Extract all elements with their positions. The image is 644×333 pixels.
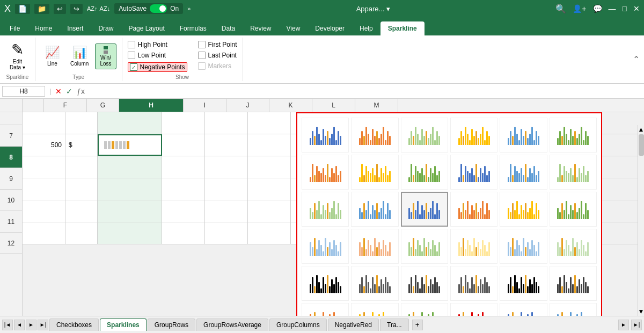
tab-review[interactable]: Review (243, 21, 279, 35)
cell-i12[interactable] (162, 222, 205, 244)
cell-k8[interactable] (248, 134, 291, 156)
gallery-item[interactable] (500, 192, 547, 227)
cell-j7[interactable] (205, 112, 248, 134)
gallery-item[interactable] (351, 266, 398, 301)
insert-function-icon[interactable]: ƒx (77, 87, 85, 96)
cell-i10[interactable] (162, 178, 205, 200)
gallery-item[interactable] (351, 229, 398, 264)
confirm-formula-icon[interactable]: ✓ (66, 87, 72, 96)
cell-g11[interactable] (65, 200, 98, 222)
cell-j8[interactable] (205, 134, 248, 156)
gallery-item[interactable] (500, 303, 547, 316)
gallery-item[interactable] (500, 229, 547, 264)
redo-icon[interactable]: ↪ (70, 4, 83, 14)
share-icon[interactable]: 👤+ (573, 4, 586, 13)
last-point-checkbox[interactable]: Last Point (198, 52, 237, 59)
gallery-item[interactable] (302, 192, 349, 227)
formula-input[interactable] (87, 86, 642, 96)
cell-f9[interactable] (23, 156, 65, 178)
gallery-item[interactable] (401, 266, 448, 301)
col-header-l[interactable]: L (312, 99, 355, 112)
cell-f8[interactable]: 500 (23, 134, 65, 156)
cell-k7[interactable] (248, 112, 291, 134)
cell-k9[interactable] (248, 156, 291, 178)
gallery-item[interactable] (450, 118, 497, 153)
tab-help[interactable]: Help (352, 21, 380, 35)
tab-view[interactable]: View (279, 21, 308, 35)
cancel-formula-icon[interactable]: ✕ (55, 87, 62, 96)
cell-h11[interactable] (98, 200, 162, 222)
gallery-item[interactable] (302, 266, 349, 301)
add-sheet-button[interactable]: + (412, 320, 423, 330)
tab-insert[interactable]: Insert (60, 21, 91, 35)
row-header-12[interactable]: 12 (0, 233, 22, 254)
cell-f12[interactable] (23, 222, 65, 244)
cell-h7[interactable] (98, 112, 162, 134)
gallery-item[interactable] (450, 266, 497, 301)
restore-btn[interactable]: □ (623, 4, 627, 13)
sheet-scroll-btn[interactable]: ► (618, 320, 629, 330)
undo-icon[interactable]: ↩ (54, 4, 66, 14)
more-commands-btn[interactable]: » (187, 5, 191, 12)
sheet-nav-next[interactable]: ► (26, 320, 36, 330)
gallery-item[interactable] (500, 266, 547, 301)
gallery-item[interactable] (401, 155, 448, 190)
gallery-item[interactable] (550, 266, 597, 301)
scroll-down-btn[interactable]: ▼ (638, 307, 644, 316)
column-button[interactable]: 📊 Column (66, 44, 93, 69)
sheet-tab-checkboxes[interactable]: Checkboxes (49, 318, 99, 331)
gallery-item[interactable] (550, 155, 597, 190)
scroll-up-btn[interactable]: ▲ (638, 125, 644, 134)
sheet-tab-groupcolumns[interactable]: GroupColumns (269, 318, 327, 331)
cell-h10[interactable] (98, 178, 162, 200)
high-point-checkbox-box[interactable] (128, 41, 135, 48)
gallery-item[interactable] (550, 229, 597, 264)
first-point-checkbox[interactable]: First Point (198, 41, 237, 48)
cell-f11[interactable] (23, 200, 65, 222)
last-point-checkbox-box[interactable] (198, 52, 206, 59)
cell-g10[interactable] (65, 178, 98, 200)
gallery-item[interactable] (450, 192, 497, 227)
gallery-item[interactable] (550, 192, 597, 227)
file-icon[interactable]: 📄 (15, 4, 30, 14)
tab-formulas[interactable]: Formulas (172, 21, 214, 35)
cell-g12[interactable] (65, 222, 98, 244)
gallery-item[interactable] (351, 155, 398, 190)
markers-checkbox[interactable]: Markers (198, 62, 237, 70)
cell-h8[interactable] (98, 134, 162, 156)
sheet-tab-sparklines[interactable]: Sparklines (100, 318, 147, 331)
autosave-switch[interactable] (150, 4, 167, 13)
gallery-item[interactable] (450, 303, 497, 316)
row-header-7[interactable]: 7 (0, 125, 22, 147)
cell-j12[interactable] (205, 222, 248, 244)
gallery-item[interactable] (351, 303, 398, 316)
markers-checkbox-box[interactable] (198, 62, 206, 70)
cell-g9[interactable] (65, 156, 98, 178)
gallery-item[interactable] (302, 229, 349, 264)
col-header-m[interactable]: M (355, 99, 398, 112)
high-point-checkbox[interactable]: High Point (128, 41, 187, 48)
autosave-toggle[interactable]: AutoSave On (114, 3, 183, 14)
col-header-i[interactable]: I (184, 99, 226, 112)
tab-file[interactable]: File (2, 21, 27, 35)
cell-j11[interactable] (205, 200, 248, 222)
scroll-thumb[interactable] (639, 134, 644, 156)
sheet-nav-last[interactable]: ►| (38, 320, 48, 330)
cell-f10[interactable] (23, 178, 65, 200)
close-btn[interactable]: ✕ (633, 4, 640, 13)
sheet-tab-grouprowsaverage[interactable]: GroupRowsAverage (196, 318, 268, 331)
ribbon-collapse-btn[interactable]: ⌃ (633, 54, 640, 64)
tab-home[interactable]: Home (27, 21, 60, 35)
cell-i11[interactable] (162, 200, 205, 222)
cell-g7[interactable] (65, 112, 98, 134)
win-loss-button[interactable]: Win/Loss (95, 44, 116, 69)
sheet-tab-tra[interactable]: Tra... (380, 318, 409, 331)
gallery-item[interactable] (302, 155, 349, 190)
col-header-g[interactable]: G (87, 99, 119, 112)
sort-za-icon[interactable]: AZ↓ (100, 5, 111, 12)
cell-h9[interactable] (98, 156, 162, 178)
gallery-item[interactable] (351, 118, 398, 153)
gallery-item[interactable] (302, 118, 349, 153)
gallery-item[interactable] (450, 155, 497, 190)
gallery-item[interactable] (550, 118, 597, 153)
